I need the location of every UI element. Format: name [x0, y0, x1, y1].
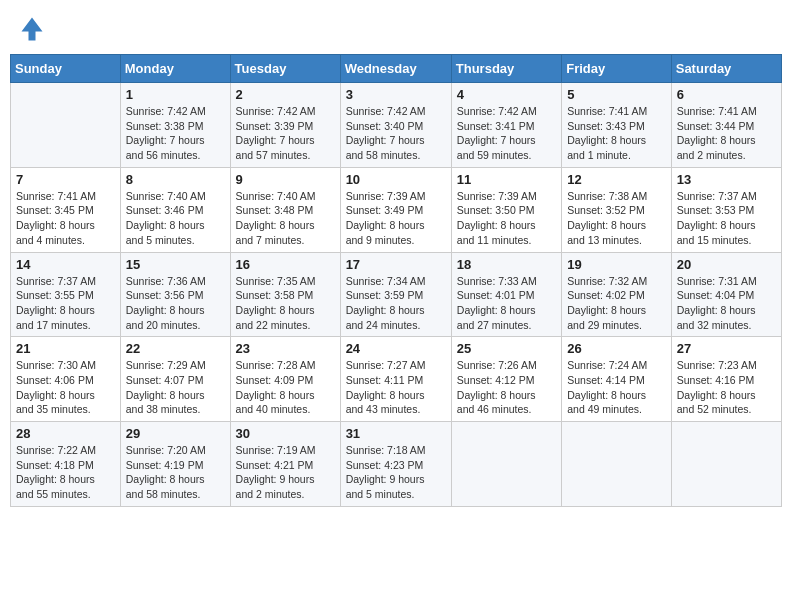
- calendar-cell: 22Sunrise: 7:29 AM Sunset: 4:07 PM Dayli…: [120, 337, 230, 422]
- day-info: Sunrise: 7:19 AM Sunset: 4:21 PM Dayligh…: [236, 443, 335, 502]
- calendar-cell: 18Sunrise: 7:33 AM Sunset: 4:01 PM Dayli…: [451, 252, 561, 337]
- day-number: 12: [567, 172, 666, 187]
- day-info: Sunrise: 7:36 AM Sunset: 3:56 PM Dayligh…: [126, 274, 225, 333]
- day-number: 6: [677, 87, 776, 102]
- day-number: 17: [346, 257, 446, 272]
- day-number: 4: [457, 87, 556, 102]
- calendar-cell: 14Sunrise: 7:37 AM Sunset: 3:55 PM Dayli…: [11, 252, 121, 337]
- calendar-cell: 25Sunrise: 7:26 AM Sunset: 4:12 PM Dayli…: [451, 337, 561, 422]
- day-info: Sunrise: 7:34 AM Sunset: 3:59 PM Dayligh…: [346, 274, 446, 333]
- day-info: Sunrise: 7:41 AM Sunset: 3:45 PM Dayligh…: [16, 189, 115, 248]
- day-info: Sunrise: 7:42 AM Sunset: 3:41 PM Dayligh…: [457, 104, 556, 163]
- calendar-cell: 2Sunrise: 7:42 AM Sunset: 3:39 PM Daylig…: [230, 83, 340, 168]
- logo-icon: [18, 14, 46, 42]
- weekday-header-thursday: Thursday: [451, 55, 561, 83]
- day-number: 11: [457, 172, 556, 187]
- calendar-cell: 13Sunrise: 7:37 AM Sunset: 3:53 PM Dayli…: [671, 167, 781, 252]
- day-number: 28: [16, 426, 115, 441]
- day-info: Sunrise: 7:42 AM Sunset: 3:39 PM Dayligh…: [236, 104, 335, 163]
- day-info: Sunrise: 7:39 AM Sunset: 3:50 PM Dayligh…: [457, 189, 556, 248]
- page-header: [10, 10, 782, 46]
- svg-marker-0: [22, 18, 43, 41]
- calendar-week-5: 28Sunrise: 7:22 AM Sunset: 4:18 PM Dayli…: [11, 422, 782, 507]
- day-number: 7: [16, 172, 115, 187]
- calendar-cell: 11Sunrise: 7:39 AM Sunset: 3:50 PM Dayli…: [451, 167, 561, 252]
- calendar-cell: 15Sunrise: 7:36 AM Sunset: 3:56 PM Dayli…: [120, 252, 230, 337]
- calendar-cell: 9Sunrise: 7:40 AM Sunset: 3:48 PM Daylig…: [230, 167, 340, 252]
- day-number: 10: [346, 172, 446, 187]
- calendar-cell: 1Sunrise: 7:42 AM Sunset: 3:38 PM Daylig…: [120, 83, 230, 168]
- weekday-header-wednesday: Wednesday: [340, 55, 451, 83]
- day-number: 14: [16, 257, 115, 272]
- day-info: Sunrise: 7:38 AM Sunset: 3:52 PM Dayligh…: [567, 189, 666, 248]
- day-number: 3: [346, 87, 446, 102]
- calendar-week-2: 7Sunrise: 7:41 AM Sunset: 3:45 PM Daylig…: [11, 167, 782, 252]
- calendar-cell: [11, 83, 121, 168]
- day-info: Sunrise: 7:33 AM Sunset: 4:01 PM Dayligh…: [457, 274, 556, 333]
- calendar-cell: 7Sunrise: 7:41 AM Sunset: 3:45 PM Daylig…: [11, 167, 121, 252]
- calendar-cell: [562, 422, 672, 507]
- day-info: Sunrise: 7:24 AM Sunset: 4:14 PM Dayligh…: [567, 358, 666, 417]
- day-number: 25: [457, 341, 556, 356]
- calendar-cell: [451, 422, 561, 507]
- day-number: 27: [677, 341, 776, 356]
- weekday-header-tuesday: Tuesday: [230, 55, 340, 83]
- calendar-cell: 12Sunrise: 7:38 AM Sunset: 3:52 PM Dayli…: [562, 167, 672, 252]
- day-number: 8: [126, 172, 225, 187]
- calendar-cell: 24Sunrise: 7:27 AM Sunset: 4:11 PM Dayli…: [340, 337, 451, 422]
- calendar-week-3: 14Sunrise: 7:37 AM Sunset: 3:55 PM Dayli…: [11, 252, 782, 337]
- calendar-cell: 8Sunrise: 7:40 AM Sunset: 3:46 PM Daylig…: [120, 167, 230, 252]
- day-number: 13: [677, 172, 776, 187]
- day-number: 9: [236, 172, 335, 187]
- day-info: Sunrise: 7:39 AM Sunset: 3:49 PM Dayligh…: [346, 189, 446, 248]
- day-number: 5: [567, 87, 666, 102]
- calendar-cell: 4Sunrise: 7:42 AM Sunset: 3:41 PM Daylig…: [451, 83, 561, 168]
- day-number: 29: [126, 426, 225, 441]
- logo: [18, 14, 50, 42]
- calendar-cell: 27Sunrise: 7:23 AM Sunset: 4:16 PM Dayli…: [671, 337, 781, 422]
- weekday-header-friday: Friday: [562, 55, 672, 83]
- day-number: 21: [16, 341, 115, 356]
- day-number: 30: [236, 426, 335, 441]
- calendar-table: SundayMondayTuesdayWednesdayThursdayFrid…: [10, 54, 782, 507]
- calendar-cell: 31Sunrise: 7:18 AM Sunset: 4:23 PM Dayli…: [340, 422, 451, 507]
- day-info: Sunrise: 7:27 AM Sunset: 4:11 PM Dayligh…: [346, 358, 446, 417]
- day-info: Sunrise: 7:31 AM Sunset: 4:04 PM Dayligh…: [677, 274, 776, 333]
- day-number: 16: [236, 257, 335, 272]
- day-number: 2: [236, 87, 335, 102]
- day-info: Sunrise: 7:20 AM Sunset: 4:19 PM Dayligh…: [126, 443, 225, 502]
- day-number: 22: [126, 341, 225, 356]
- calendar-cell: 6Sunrise: 7:41 AM Sunset: 3:44 PM Daylig…: [671, 83, 781, 168]
- day-info: Sunrise: 7:28 AM Sunset: 4:09 PM Dayligh…: [236, 358, 335, 417]
- calendar-cell: 10Sunrise: 7:39 AM Sunset: 3:49 PM Dayli…: [340, 167, 451, 252]
- calendar-cell: [671, 422, 781, 507]
- calendar-cell: 30Sunrise: 7:19 AM Sunset: 4:21 PM Dayli…: [230, 422, 340, 507]
- day-info: Sunrise: 7:42 AM Sunset: 3:38 PM Dayligh…: [126, 104, 225, 163]
- weekday-header-monday: Monday: [120, 55, 230, 83]
- day-number: 1: [126, 87, 225, 102]
- calendar-cell: 17Sunrise: 7:34 AM Sunset: 3:59 PM Dayli…: [340, 252, 451, 337]
- day-info: Sunrise: 7:35 AM Sunset: 3:58 PM Dayligh…: [236, 274, 335, 333]
- calendar-body: 1Sunrise: 7:42 AM Sunset: 3:38 PM Daylig…: [11, 83, 782, 507]
- day-number: 20: [677, 257, 776, 272]
- weekday-header-saturday: Saturday: [671, 55, 781, 83]
- day-info: Sunrise: 7:37 AM Sunset: 3:53 PM Dayligh…: [677, 189, 776, 248]
- day-info: Sunrise: 7:41 AM Sunset: 3:43 PM Dayligh…: [567, 104, 666, 163]
- day-number: 23: [236, 341, 335, 356]
- calendar-cell: 28Sunrise: 7:22 AM Sunset: 4:18 PM Dayli…: [11, 422, 121, 507]
- calendar-cell: 19Sunrise: 7:32 AM Sunset: 4:02 PM Dayli…: [562, 252, 672, 337]
- day-info: Sunrise: 7:29 AM Sunset: 4:07 PM Dayligh…: [126, 358, 225, 417]
- day-info: Sunrise: 7:41 AM Sunset: 3:44 PM Dayligh…: [677, 104, 776, 163]
- calendar-week-1: 1Sunrise: 7:42 AM Sunset: 3:38 PM Daylig…: [11, 83, 782, 168]
- day-info: Sunrise: 7:26 AM Sunset: 4:12 PM Dayligh…: [457, 358, 556, 417]
- calendar-cell: 5Sunrise: 7:41 AM Sunset: 3:43 PM Daylig…: [562, 83, 672, 168]
- day-number: 19: [567, 257, 666, 272]
- day-info: Sunrise: 7:23 AM Sunset: 4:16 PM Dayligh…: [677, 358, 776, 417]
- day-number: 24: [346, 341, 446, 356]
- calendar-cell: 21Sunrise: 7:30 AM Sunset: 4:06 PM Dayli…: [11, 337, 121, 422]
- day-number: 18: [457, 257, 556, 272]
- day-number: 26: [567, 341, 666, 356]
- day-info: Sunrise: 7:18 AM Sunset: 4:23 PM Dayligh…: [346, 443, 446, 502]
- weekday-header-sunday: Sunday: [11, 55, 121, 83]
- calendar-cell: 26Sunrise: 7:24 AM Sunset: 4:14 PM Dayli…: [562, 337, 672, 422]
